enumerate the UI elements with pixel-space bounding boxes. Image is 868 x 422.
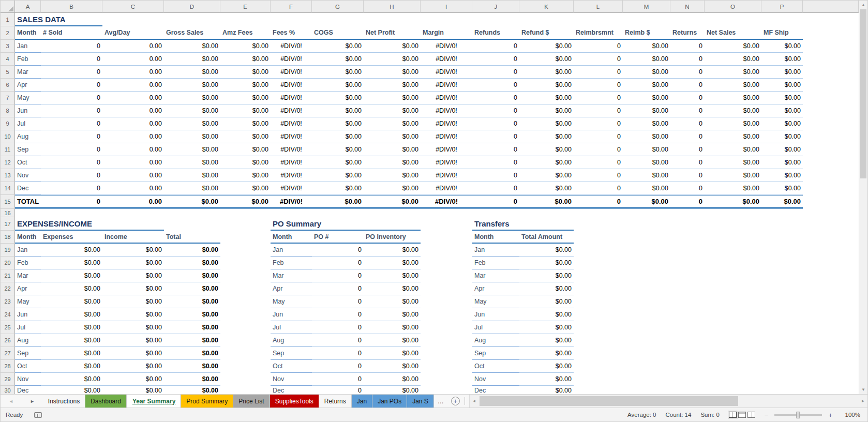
cell-O7[interactable]: $0.00 <box>705 92 761 104</box>
zoom-slider-thumb[interactable] <box>797 412 800 418</box>
expenses-header-total[interactable]: Total <box>164 231 220 244</box>
cell-A13[interactable]: Nov <box>15 169 41 182</box>
cell-A9[interactable]: Jul <box>15 117 41 130</box>
cell-H22[interactable]: $0.00 <box>364 282 421 295</box>
column-header-M[interactable]: M <box>623 1 670 13</box>
scroll-up-icon[interactable]: ▲ <box>859 1 867 9</box>
cell-G22[interactable]: 0 <box>312 282 364 295</box>
cell-G13[interactable]: $0.00 <box>312 169 364 182</box>
cell-J5[interactable]: 0 <box>472 66 519 79</box>
horizontal-scrollbar-track[interactable] <box>478 395 859 408</box>
cell-J27[interactable]: Sep <box>472 347 519 360</box>
sales-header-refund[interactable]: Refund $ <box>519 26 574 40</box>
cell-I7[interactable]: #DIV/0! <box>421 92 472 104</box>
cell-D6[interactable]: $0.00 <box>164 79 220 92</box>
cell-P3[interactable]: $0.00 <box>761 40 803 53</box>
cell-H5[interactable]: $0.00 <box>364 66 421 79</box>
cell-C29[interactable]: $0.00 <box>102 373 164 386</box>
cell-K19[interactable]: $0.00 <box>519 244 574 257</box>
cell-A22[interactable]: Apr <box>15 282 41 295</box>
cell-K21[interactable]: $0.00 <box>519 269 574 282</box>
cell-F21[interactable]: Mar <box>271 269 312 282</box>
cell-F3[interactable]: #DIV/0! <box>271 40 312 53</box>
cell-L12[interactable]: 0 <box>574 156 623 169</box>
cell-H11[interactable]: $0.00 <box>364 143 421 156</box>
cell-L10[interactable]: 0 <box>574 130 623 143</box>
horizontal-scrollbar[interactable]: ◄ ► <box>469 395 867 408</box>
row-header-18[interactable]: 18 <box>1 231 15 244</box>
cell-A15[interactable]: TOTAL <box>15 195 41 209</box>
cell-K8[interactable]: $0.00 <box>519 104 574 117</box>
cell-D27[interactable]: $0.00 <box>164 347 220 360</box>
tab-overflow-ellipsis[interactable]: … <box>434 395 447 408</box>
cell-H12[interactable]: $0.00 <box>364 156 421 169</box>
column-header-L[interactable]: L <box>574 1 623 13</box>
cell-B4[interactable]: 0 <box>41 53 102 66</box>
cell-B13[interactable]: 0 <box>41 169 102 182</box>
sheet-tab-jan-pos[interactable]: Jan POs <box>372 395 407 408</box>
cell-M7[interactable]: $0.00 <box>623 92 670 104</box>
cell-J29[interactable]: Nov <box>472 373 519 386</box>
cell-K9[interactable]: $0.00 <box>519 117 574 130</box>
cell-M14[interactable]: $0.00 <box>623 182 670 195</box>
cell-D11[interactable]: $0.00 <box>164 143 220 156</box>
column-header-A[interactable]: A <box>15 1 41 13</box>
row-header-14[interactable]: 14 <box>1 182 15 195</box>
cell-N9[interactable]: 0 <box>670 117 705 130</box>
cell-L4[interactable]: 0 <box>574 53 623 66</box>
cell-H21[interactable]: $0.00 <box>364 269 421 282</box>
cell-F11[interactable]: #DIV/0! <box>271 143 312 156</box>
column-header-K[interactable]: K <box>519 1 574 13</box>
cell-O5[interactable]: $0.00 <box>705 66 761 79</box>
cell-L15[interactable]: 0 <box>574 195 623 209</box>
cell-I8[interactable]: #DIV/0! <box>421 104 472 117</box>
row-header-5[interactable]: 5 <box>1 66 15 79</box>
vertical-scrollbar[interactable]: ▲ ▼ <box>859 1 867 394</box>
cell-D21[interactable]: $0.00 <box>164 269 220 282</box>
cell-O12[interactable]: $0.00 <box>705 156 761 169</box>
row-header-12[interactable]: 12 <box>1 156 15 169</box>
cell-P8[interactable]: $0.00 <box>761 104 803 117</box>
sheet-tab-prod-summary[interactable]: Prod Summary <box>181 395 233 408</box>
cell-H13[interactable]: $0.00 <box>364 169 421 182</box>
cell-J4[interactable]: 0 <box>472 53 519 66</box>
cell-F4[interactable]: #DIV/0! <box>271 53 312 66</box>
cell-C7[interactable]: 0.00 <box>102 92 164 104</box>
cell-A11[interactable]: Sep <box>15 143 41 156</box>
sheet-tab-year-summary[interactable]: Year Summary <box>127 395 181 408</box>
scroll-down-icon[interactable]: ▼ <box>859 385 867 394</box>
sales-header-returns[interactable]: Returns <box>670 26 705 40</box>
page-break-view-icon[interactable] <box>747 412 755 418</box>
cell-P5[interactable]: $0.00 <box>761 66 803 79</box>
cell-G21[interactable]: 0 <box>312 269 364 282</box>
sales-header-net-sales[interactable]: Net Sales <box>705 26 761 40</box>
cell-J24[interactable]: Jun <box>472 308 519 321</box>
cell-O3[interactable]: $0.00 <box>705 40 761 53</box>
cell-K24[interactable]: $0.00 <box>519 308 574 321</box>
cell-G4[interactable]: $0.00 <box>312 53 364 66</box>
row-header-15[interactable]: 15 <box>1 195 15 209</box>
cell-F7[interactable]: #DIV/0! <box>271 92 312 104</box>
cell-C28[interactable]: $0.00 <box>102 360 164 373</box>
cell-C24[interactable]: $0.00 <box>102 308 164 321</box>
cell-K10[interactable]: $0.00 <box>519 130 574 143</box>
expenses-header-income[interactable]: Income <box>102 231 164 244</box>
cell-H8[interactable]: $0.00 <box>364 104 421 117</box>
cell-A14[interactable]: Dec <box>15 182 41 195</box>
cell-C9[interactable]: 0.00 <box>102 117 164 130</box>
expenses-header-expenses[interactable]: Expenses <box>41 231 102 244</box>
cell-C25[interactable]: $0.00 <box>102 321 164 334</box>
cell-F30[interactable]: Dec <box>271 386 312 394</box>
vertical-scrollbar-thumb[interactable] <box>860 9 866 178</box>
row-header-22[interactable]: 22 <box>1 282 15 295</box>
cell-C3[interactable]: 0.00 <box>102 40 164 53</box>
cell-N12[interactable]: 0 <box>670 156 705 169</box>
column-header-G[interactable]: G <box>312 1 364 13</box>
cell-I12[interactable]: #DIV/0! <box>421 156 472 169</box>
cell-J9[interactable]: 0 <box>472 117 519 130</box>
cell-F8[interactable]: #DIV/0! <box>271 104 312 117</box>
cell-B10[interactable]: 0 <box>41 130 102 143</box>
cell-O14[interactable]: $0.00 <box>705 182 761 195</box>
cell-L13[interactable]: 0 <box>574 169 623 182</box>
column-header-N[interactable]: N <box>670 1 705 13</box>
